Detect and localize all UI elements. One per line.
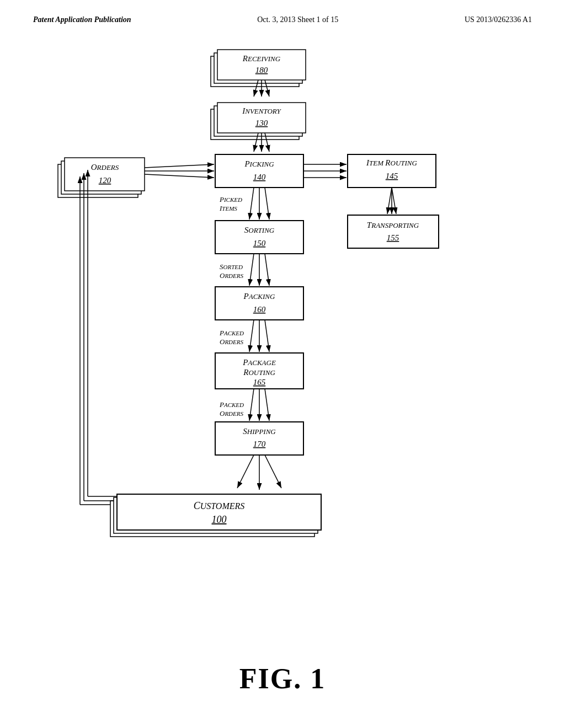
svg-text:ROUTING: ROUTING [243,368,275,377]
svg-text:ORDERS: ORDERS [220,271,243,280]
svg-text:SORTING: SORTING [244,226,275,234]
svg-rect-40 [215,221,303,254]
svg-text:100: 100 [212,514,227,525]
svg-text:CUSTOMERS: CUSTOMERS [194,500,245,511]
svg-rect-71 [215,422,303,455]
svg-text:150: 150 [253,239,266,248]
svg-text:PACKED: PACKED [219,329,244,337]
svg-line-28 [145,174,214,178]
header-right: US 2013/0262336 A1 [465,15,532,24]
svg-text:RECEIVING: RECEIVING [242,54,281,63]
svg-line-53 [265,254,269,286]
svg-text:PACKAGE: PACKAGE [242,358,276,367]
svg-text:ORDERS: ORDERS [220,338,243,346]
svg-line-76 [265,455,281,488]
svg-line-48 [392,188,396,214]
svg-text:ITEMS: ITEMS [219,204,237,212]
svg-line-68 [249,389,254,421]
svg-line-51 [249,254,254,286]
figure-label: FIG. 1 [0,662,565,695]
svg-text:TRANSPORTING: TRANSPORTING [367,221,419,229]
svg-text:180: 180 [255,66,268,74]
svg-text:INVENTORY: INVENTORY [242,106,281,115]
svg-text:PICKING: PICKING [244,159,274,168]
svg-text:155: 155 [387,233,399,242]
svg-text:140: 140 [253,173,266,181]
svg-rect-43 [348,215,439,248]
svg-text:PACKING: PACKING [243,292,275,301]
svg-text:160: 160 [253,305,266,314]
svg-line-74 [237,455,254,488]
header-center: Oct. 3, 2013 Sheet 1 of 15 [257,15,338,24]
svg-text:165: 165 [253,378,266,387]
svg-line-39 [265,188,269,220]
svg-line-37 [249,188,254,220]
svg-text:120: 120 [99,176,111,185]
svg-text:ORDERS: ORDERS [220,409,243,417]
svg-text:SORTED: SORTED [220,263,243,271]
svg-text:ORDERS: ORDERS [91,163,119,172]
svg-text:PACKED: PACKED [219,400,244,409]
svg-rect-20 [65,158,145,191]
svg-text:PICKED: PICKED [219,195,242,204]
svg-rect-23 [215,154,303,188]
svg-rect-54 [215,287,303,320]
svg-line-26 [145,164,214,168]
svg-line-46 [387,188,392,214]
diagram-area: RECEIVING 180 INVENTORY 130 ORDERS 120 P… [0,44,565,678]
svg-text:130: 130 [255,119,268,127]
svg-text:SHIPPING: SHIPPING [243,427,276,436]
page-header: Patent Application Publication Oct. 3, 2… [0,0,565,24]
header-left: Patent Application Publication [33,15,131,24]
svg-text:170: 170 [253,440,266,448]
svg-line-70 [265,389,269,421]
svg-text:145: 145 [386,172,398,180]
svg-line-59 [249,320,254,352]
svg-line-61 [265,320,269,352]
svg-text:ITEM ROUTING: ITEM ROUTING [366,158,417,167]
